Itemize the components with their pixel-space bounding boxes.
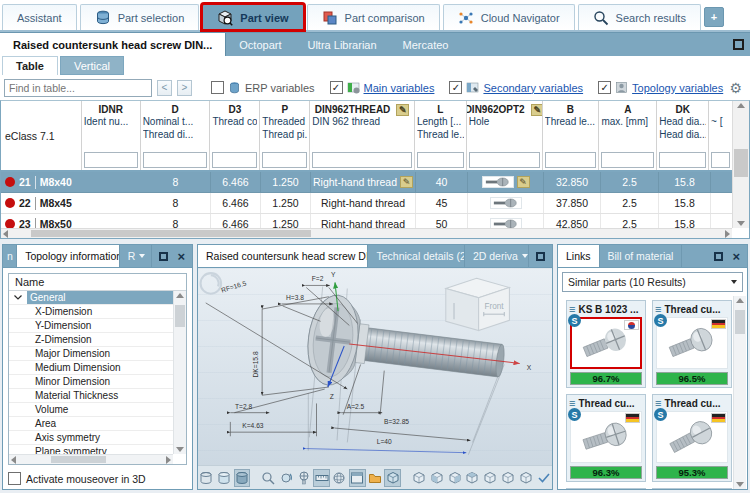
list-item[interactable]: Medium Dimension [9,361,173,375]
cell-d[interactable]: 8 [141,172,211,192]
tab-part-3d[interactable]: Raised countersunk head screw DIN... [198,245,368,267]
scrollbar-thumb[interactable] [175,305,185,327]
column-filter-input[interactable] [545,152,597,168]
table-vertical-scrollbar[interactable] [732,101,749,228]
tree-group-general[interactable]: General [9,291,173,305]
scroll-right-icon[interactable] [166,456,171,464]
table-row[interactable]: 22M8x45 8 6.466 1.250 Right-hand thread … [1,193,749,214]
wire-globe-icon[interactable] [331,469,348,487]
cell-opt2[interactable] [468,193,544,213]
cell-dk[interactable]: 15.8 [659,193,711,213]
scroll-left-icon[interactable] [11,456,16,464]
scroll-up-icon[interactable] [736,298,744,303]
similar-parts-dropdown[interactable]: Similar parts (10 Results) [562,272,743,292]
scrollbar-thumb[interactable] [31,230,311,237]
column-header-p[interactable]: P Threaded ... Thread pi... [260,101,310,170]
cell-d3[interactable]: 6.466 [211,193,261,213]
list-item[interactable]: Minor Dimension [9,375,173,389]
cell-thread[interactable]: Right-hand thread✎ [311,172,416,192]
scroll-down-icon[interactable] [736,482,744,487]
collapse-icon[interactable] [9,291,27,304]
cell-b[interactable]: 42.850 [544,214,601,228]
tab-truncated[interactable]: n [3,245,17,267]
pencil-icon[interactable]: ✎ [531,104,543,116]
column-filter-input[interactable] [601,152,654,168]
part-thumbnail[interactable] [570,317,642,369]
render-shaded-icon[interactable] [216,469,233,487]
close-icon[interactable]: × [732,250,740,263]
column-header-partial[interactable]: ~ [ [709,101,732,170]
tab-technical-details[interactable]: Technical details (2) [368,245,464,267]
render-wireframe-icon[interactable] [198,469,215,487]
find-prev-button[interactable]: < [157,80,172,96]
tab-part-selection[interactable]: Part selection [80,4,200,30]
links-vertical-scrollbar[interactable] [733,296,746,489]
cell-p[interactable]: 1.250 [261,172,311,192]
cell-dk[interactable]: 15.8 [659,214,711,228]
list-item[interactable]: X-Dimension [9,305,173,319]
cell-dk[interactable]: 15.8 [659,172,711,192]
column-header-d[interactable]: D Nominal t... Thread di... [141,101,211,170]
3d-viewport[interactable]: Front [198,268,552,465]
cell-b[interactable]: 37.850 [544,193,601,213]
tab-part-comparison[interactable]: Part comparison [307,4,440,30]
topology-variables-checkbox[interactable]: ✓ [598,81,611,94]
zoom-icon[interactable] [260,469,277,487]
cell-partial[interactable] [711,172,734,192]
maximize-icon[interactable] [714,252,723,261]
tab-cloud-navigator[interactable]: Cloud Navigator [443,4,575,30]
list-item[interactable]: Material Thickness [9,389,173,403]
scroll-up-icon[interactable] [176,293,184,298]
view-front-icon[interactable] [428,469,445,487]
cell-d[interactable]: 8 [141,193,211,213]
dropdown-button[interactable] [725,273,742,291]
part-thumbnail[interactable] [656,317,728,369]
maximize-icon[interactable] [536,252,545,261]
table-row[interactable]: 23M8x50 8 6.466 1.250 Right-hand thread … [1,214,749,228]
column-filter-input[interactable] [84,152,138,168]
rotate-icon[interactable] [278,469,295,487]
column-filter-input[interactable] [312,152,412,168]
similar-part-card[interactable] [566,488,646,489]
cell-d3[interactable]: 6.466 [211,214,261,228]
list-item[interactable]: Y-Dimension [9,319,173,333]
table-horizontal-scrollbar[interactable] [1,228,732,238]
view-right-icon[interactable] [482,469,499,487]
doc-tab-mercateo[interactable]: Mercateo [390,33,462,56]
panel-layout-icon[interactable] [349,469,366,487]
cube-view-icon[interactable] [384,469,401,487]
cell-d[interactable]: 8 [141,214,211,228]
pencil-icon[interactable]: ✎ [400,176,413,188]
list-item[interactable]: Volume [9,403,173,417]
tab-topology-information[interactable]: Topology information [17,245,120,267]
gear-icon[interactable]: ⚙ [729,81,742,95]
column-header-din962opt2[interactable]: DIN962OPT2✎ Hole [467,101,543,170]
column-header-b[interactable]: B Thread le... [543,101,600,170]
tab-bill-of-material[interactable]: Bill of material [600,245,683,267]
find-next-button[interactable]: > [177,80,192,96]
column-filter-input[interactable] [469,152,540,168]
list-column-header[interactable]: Name [9,274,186,291]
tab-2d-derivation[interactable]: 2D deriva [465,245,529,267]
scrollbar-thumb[interactable] [734,149,748,177]
restore-window-icon[interactable] [733,39,744,50]
list-item[interactable]: Area [9,417,173,431]
cell-p[interactable]: 1.250 [261,214,311,228]
column-filter-input[interactable] [212,152,257,168]
find-in-table-input[interactable] [4,79,152,97]
doc-tab-part[interactable]: Raised countersunk head screw DIN... [0,33,226,56]
topology-variables-link[interactable]: Topology variables [632,82,723,94]
cell-l[interactable]: 45 [416,193,468,213]
column-header-a[interactable]: A max. [mm] [599,101,657,170]
main-variables-link[interactable]: Main variables [364,82,435,94]
column-header-din962thread[interactable]: DIN962THREAD✎ DIN 962 thread [310,101,415,170]
doc-tab-ultra-librarian[interactable]: Ultra Librarian [294,33,389,56]
scroll-left-icon[interactable] [3,230,8,238]
table-row[interactable]: 21M8x40 8 6.466 1.250 Right-hand thread✎… [1,172,749,193]
main-variables-checkbox[interactable]: ✓ [330,81,343,94]
tab-links[interactable]: Links [558,245,600,267]
part-thumbnail[interactable] [570,411,642,463]
pencil-icon[interactable]: ✎ [517,176,530,188]
view-bottom-icon[interactable] [517,469,534,487]
column-header-dk[interactable]: DK Head dia... Head dia... [657,101,709,170]
